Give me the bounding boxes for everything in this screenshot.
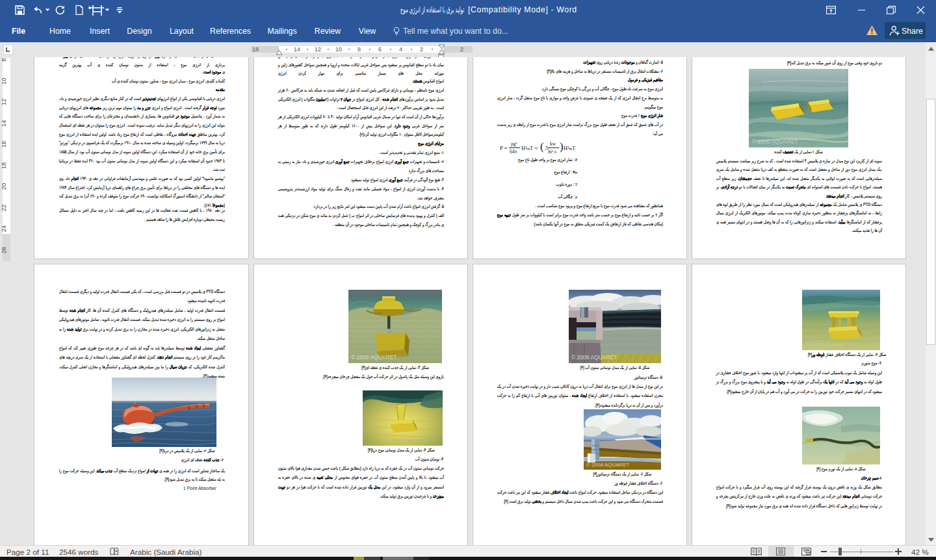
svg-text:© 2008 AQUARET: © 2008 AQUARET: [586, 462, 629, 468]
svg-text:© 2012 AQUARET: © 2012 AQUARET: [805, 456, 846, 462]
svg-text:© 2008 AQUARET: © 2008 AQUARET: [351, 354, 397, 361]
svg-text:© 2008 AQUARET: © 2008 AQUARET: [390, 438, 431, 444]
svg-text:© 2008 AQUARET: © 2008 AQUARET: [752, 138, 798, 145]
svg-text:© 2008 AQUARET: © 2008 AQUARET: [571, 354, 618, 361]
svg-text:© 2008 AQUARET: © 2008 AQUARET: [805, 342, 846, 348]
